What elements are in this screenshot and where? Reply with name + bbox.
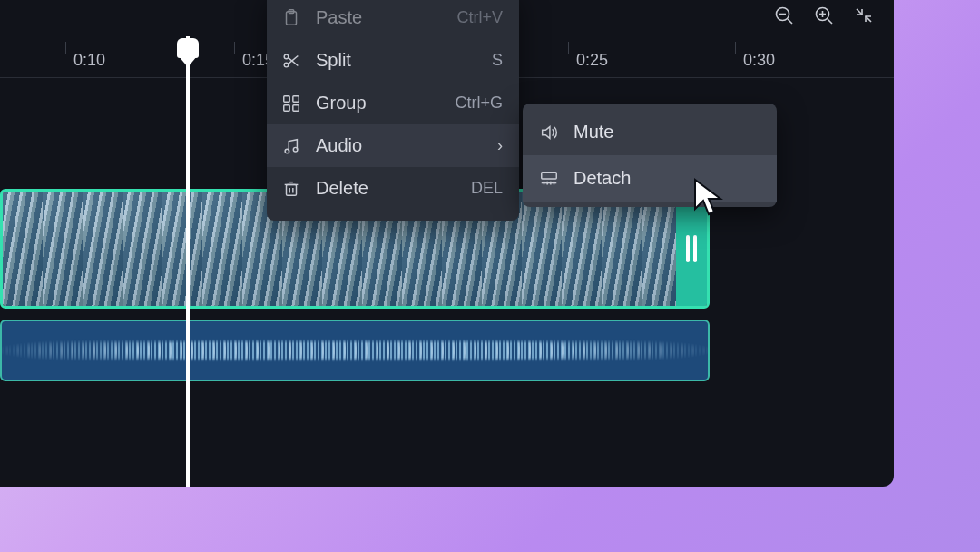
menu-item-label: Delete	[316, 178, 456, 199]
svg-line-8	[866, 16, 871, 22]
menu-item-shortcut: Ctrl+G	[455, 94, 503, 113]
playhead[interactable]	[186, 36, 190, 487]
svg-line-14	[288, 55, 298, 64]
menu-item-shortcut: DEL	[471, 179, 503, 198]
ruler-tick: 0:30	[735, 42, 736, 54]
mute-icon	[539, 123, 559, 143]
ruler-tick: 0:25	[568, 42, 569, 54]
clip-thumbnail	[562, 192, 602, 308]
context-menu: PasteCtrl+VSplitSGroupCtrl+GAudio›Delete…	[267, 0, 519, 221]
menu-item-label: Paste	[316, 7, 442, 28]
svg-rect-16	[293, 95, 299, 101]
audio-submenu: MuteDetach	[523, 104, 777, 207]
menu-item-label: Split	[316, 50, 477, 71]
menu-item-shortcut: Ctrl+V	[456, 8, 503, 27]
group-icon	[281, 94, 301, 113]
menu-item-shortcut: S	[492, 51, 503, 70]
ruler-tick: 0:10	[65, 42, 66, 54]
zoom-out-button[interactable]	[772, 4, 796, 27]
waveform	[2, 321, 708, 380]
menu-item-paste[interactable]: PasteCtrl+V	[267, 0, 519, 39]
editor-window: 0:100:150:200:250:30 PasteCtrl+VSplitSGr…	[0, 0, 894, 487]
ruler-tick: 0:15	[234, 42, 235, 54]
cursor-icon	[693, 178, 728, 216]
clip-thumbnail	[602, 192, 642, 308]
ruler-tick-label: 0:25	[576, 51, 608, 70]
menu-item-label: Audio	[316, 135, 483, 156]
submenu-item-label: Detach	[573, 168, 760, 189]
zoom-in-icon	[813, 5, 835, 26]
svg-rect-17	[284, 104, 289, 110]
submenu-item-mute[interactable]: Mute	[523, 109, 777, 155]
submenu-item-detach[interactable]: Detach	[523, 155, 777, 202]
menu-item-label: Group	[316, 93, 440, 113]
timeline-tools	[772, 4, 876, 27]
svg-rect-18	[293, 104, 299, 110]
menu-item-group[interactable]: GroupCtrl+G	[267, 82, 519, 124]
svg-point-19	[285, 149, 289, 153]
clip-thumbnail	[122, 192, 162, 308]
detach-icon	[539, 169, 559, 189]
svg-rect-26	[542, 172, 557, 178]
submenu-item-label: Mute	[573, 122, 760, 143]
delete-icon	[281, 179, 301, 199]
collapse-button[interactable]	[852, 4, 876, 27]
ruler-tick-label: 0:10	[74, 51, 105, 70]
split-icon	[281, 51, 301, 71]
svg-point-20	[293, 147, 298, 152]
clip-thumbnail	[3, 192, 43, 308]
audio-clip[interactable]	[0, 320, 710, 381]
audio-icon	[281, 136, 301, 156]
svg-line-7	[857, 9, 862, 15]
clip-thumbnail	[162, 192, 202, 308]
menu-item-audio[interactable]: Audio›	[267, 124, 519, 167]
ruler-tick-label: 0:30	[743, 51, 775, 70]
paste-icon	[281, 8, 301, 28]
menu-item-delete[interactable]: DeleteDEL	[267, 167, 519, 210]
svg-rect-21	[287, 184, 297, 195]
clip-thumbnail	[522, 192, 562, 308]
collapse-icon	[853, 5, 875, 26]
chevron-right-icon: ›	[497, 136, 503, 155]
svg-line-13	[288, 57, 298, 65]
svg-line-1	[788, 19, 792, 24]
zoom-in-button[interactable]	[812, 4, 836, 27]
menu-item-split[interactable]: SplitS	[267, 39, 519, 82]
svg-line-4	[828, 19, 832, 24]
clip-thumbnail	[202, 192, 242, 308]
clip-thumbnail	[43, 192, 83, 308]
svg-rect-15	[284, 95, 289, 101]
clip-thumbnail	[83, 192, 122, 308]
zoom-out-icon	[773, 5, 795, 26]
